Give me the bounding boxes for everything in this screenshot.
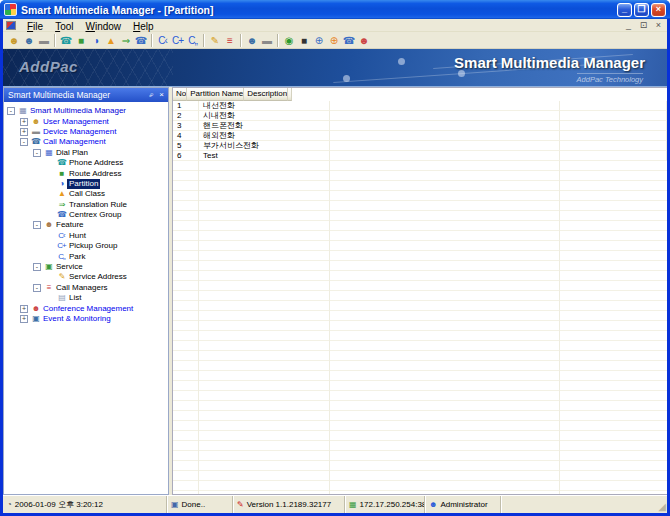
users-icon[interactable]: ☻ bbox=[21, 33, 36, 48]
tree-item-label[interactable]: Hunt bbox=[67, 231, 88, 241]
column-header[interactable] bbox=[288, 88, 292, 101]
toolbar-button[interactable] bbox=[237, 33, 244, 48]
pin-icon[interactable]: ♀ bbox=[148, 89, 155, 102]
menu-item[interactable]: Tool bbox=[49, 21, 79, 33]
tree-item[interactable]: ◑ Partition bbox=[4, 179, 168, 189]
tree-item[interactable]: + ▣ Event & Monitoring bbox=[4, 314, 168, 324]
tree-item-label[interactable]: Phone Address bbox=[67, 158, 125, 168]
maximize-button[interactable]: ❐ bbox=[634, 3, 649, 17]
menu-item[interactable]: File bbox=[21, 21, 49, 33]
tree-item[interactable]: + ☻ Conference Management bbox=[4, 303, 168, 313]
log-icon[interactable]: ■ bbox=[296, 33, 311, 48]
table-row[interactable]: 5 부가서비스전화 bbox=[173, 141, 667, 151]
tree-item-label[interactable]: Partition bbox=[67, 179, 100, 189]
tree-item[interactable]: ▲ Call Class bbox=[4, 189, 168, 199]
conference-blue-icon[interactable]: ⊕ bbox=[311, 33, 326, 48]
tree-item[interactable]: ☎ Centrex Group bbox=[4, 210, 168, 220]
tree-item[interactable]: ☎ Phone Address bbox=[4, 158, 168, 168]
toolbar-button[interactable] bbox=[274, 33, 281, 48]
phone-group-icon[interactable]: ☎ bbox=[341, 33, 356, 48]
column-header[interactable]: Partition Name bbox=[187, 88, 244, 101]
tree-item-label[interactable]: Park bbox=[67, 252, 87, 262]
tree-item-label[interactable]: Event & Monitoring bbox=[41, 314, 113, 324]
tree-item[interactable]: ▤ List bbox=[4, 293, 168, 303]
device2-icon[interactable]: ▬ bbox=[259, 33, 274, 48]
monitoring-users-icon[interactable]: ☻ bbox=[356, 33, 371, 48]
expand-toggle-icon[interactable]: - bbox=[33, 284, 41, 292]
expand-toggle-icon[interactable]: + bbox=[20, 128, 28, 136]
user-icon[interactable]: ☻ bbox=[244, 33, 259, 48]
expand-toggle-icon[interactable]: + bbox=[20, 315, 28, 323]
tree-item-label[interactable]: Service bbox=[54, 262, 85, 272]
child-close-button[interactable]: × bbox=[653, 20, 664, 30]
expand-toggle-icon[interactable]: - bbox=[33, 221, 41, 229]
tree-item-label[interactable]: Smart Multimedia Manager bbox=[28, 106, 128, 116]
tree-item[interactable]: - ☎ Call Management bbox=[4, 137, 168, 147]
tree-item[interactable]: ⇒ Translation Rule bbox=[4, 200, 168, 210]
tree-item-label[interactable]: User Management bbox=[41, 117, 111, 127]
table-row[interactable]: 3 핸드폰전화 bbox=[173, 121, 667, 131]
expand-toggle-icon[interactable]: - bbox=[20, 138, 28, 146]
tree-item[interactable]: ✎ Service Address bbox=[4, 272, 168, 282]
service-address-icon[interactable]: ✎ bbox=[207, 33, 222, 48]
hunt-icon[interactable]: C‹ bbox=[155, 33, 170, 48]
close-button[interactable]: × bbox=[651, 3, 666, 17]
expand-toggle-icon[interactable]: + bbox=[20, 305, 28, 313]
user-management-icon[interactable]: ☻ bbox=[6, 33, 21, 48]
tree-item[interactable]: C+ Pickup Group bbox=[4, 241, 168, 251]
call-managers-icon[interactable]: ≡ bbox=[222, 33, 237, 48]
minimize-button[interactable]: _ bbox=[617, 3, 632, 17]
tree-item[interactable]: ■ Route Address bbox=[4, 168, 168, 178]
tree-item[interactable]: C‹ Hunt bbox=[4, 231, 168, 241]
expand-toggle-icon[interactable]: - bbox=[33, 263, 41, 271]
pickup-group-icon[interactable]: C+ bbox=[170, 33, 185, 48]
tree-item-label[interactable]: Call Class bbox=[67, 189, 107, 199]
toolbar-button[interactable] bbox=[148, 33, 155, 48]
device-icon[interactable]: ▬ bbox=[36, 33, 51, 48]
tree-item-label[interactable]: Route Address bbox=[67, 169, 123, 179]
table-row[interactable]: 2 시내전화 bbox=[173, 111, 667, 121]
toolbar-button[interactable] bbox=[51, 33, 58, 48]
table-row[interactable]: 4 해외전화 bbox=[173, 131, 667, 141]
expand-toggle-icon[interactable]: + bbox=[20, 118, 28, 126]
tree-item-label[interactable]: Centrex Group bbox=[67, 210, 123, 220]
tree-item-label[interactable]: Device Management bbox=[41, 127, 118, 137]
tree-item-label[interactable]: Translation Rule bbox=[67, 200, 129, 210]
tree-item-label[interactable]: Service Address bbox=[67, 272, 129, 282]
tree-item-label[interactable]: Feature bbox=[54, 220, 86, 230]
tree-item[interactable]: + ▬ Device Management bbox=[4, 127, 168, 137]
menu-item[interactable]: Window bbox=[79, 21, 127, 33]
column-header[interactable]: No bbox=[173, 88, 187, 101]
tree-item[interactable]: - ▦ Smart Multimedia Manager bbox=[4, 106, 168, 116]
tree-item-label[interactable]: List bbox=[67, 293, 83, 303]
tree-item[interactable]: + ☻ User Management bbox=[4, 116, 168, 126]
sidebar-close-icon[interactable]: × bbox=[159, 89, 164, 101]
tree-item-label[interactable]: Dial Plan bbox=[54, 148, 90, 158]
expand-toggle-icon[interactable]: - bbox=[33, 149, 41, 157]
tree-item-label[interactable]: Pickup Group bbox=[67, 241, 119, 251]
tree-item-label[interactable]: Conference Management bbox=[41, 304, 135, 314]
partition-icon[interactable]: ◑ bbox=[88, 33, 103, 48]
expand-toggle-icon[interactable]: - bbox=[7, 107, 15, 115]
menu-item[interactable]: Help bbox=[127, 21, 160, 33]
tree-item[interactable]: - ▦ Dial Plan bbox=[4, 148, 168, 158]
tree-item[interactable]: C„ Park bbox=[4, 251, 168, 261]
resize-grip[interactable]: ◢ bbox=[658, 502, 666, 512]
table-row[interactable]: 6 Test bbox=[173, 151, 667, 161]
tree-item[interactable]: - ≡ Call Managers bbox=[4, 283, 168, 293]
toolbar-button[interactable] bbox=[200, 33, 207, 48]
table-row[interactable]: 1 내선전화 bbox=[173, 101, 667, 111]
database-refresh-icon[interactable]: ◉ bbox=[281, 33, 296, 48]
conference-orange-icon[interactable]: ⊕ bbox=[326, 33, 341, 48]
phone-address-icon[interactable]: ☎ bbox=[58, 33, 73, 48]
child-window-icon[interactable] bbox=[6, 21, 16, 30]
call-class-icon[interactable]: ▲ bbox=[103, 33, 118, 48]
centrex-group-icon[interactable]: ☎ bbox=[133, 33, 148, 48]
column-header[interactable]: Description bbox=[244, 88, 288, 101]
park-icon[interactable]: C„ bbox=[185, 33, 200, 48]
child-minimize-button[interactable]: _ bbox=[623, 20, 634, 30]
tree-item-label[interactable]: Call Managers bbox=[54, 283, 110, 293]
route-address-icon[interactable]: ■ bbox=[73, 33, 88, 48]
tree-item[interactable]: - ☻ Feature bbox=[4, 220, 168, 230]
tree-item[interactable]: - ▣ Service bbox=[4, 262, 168, 272]
